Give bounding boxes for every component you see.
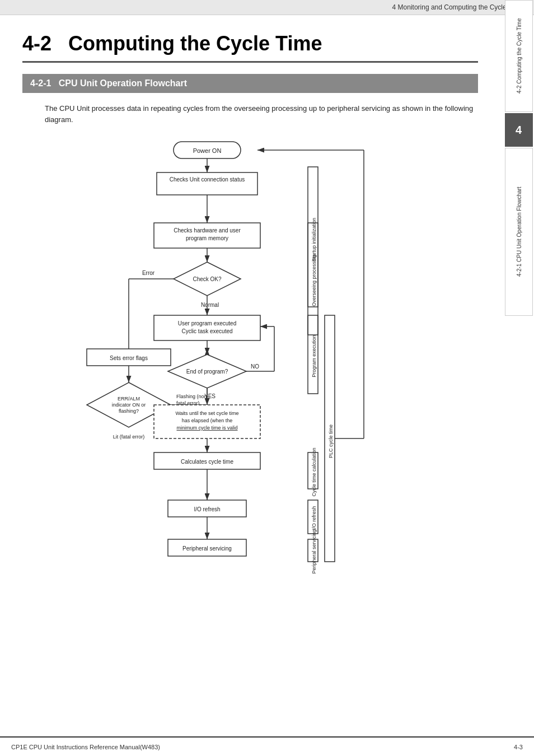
right-sidebar: 4-2 Computing the Cycle Time 4 4-2-1 CPU… (503, 0, 534, 756)
svg-rect-4 (157, 172, 257, 195)
sidebar-section-label: 4-2 Computing the Cycle Time (505, 0, 533, 112)
svg-text:Check OK?: Check OK? (193, 276, 222, 282)
svg-text:Cycle time calculation: Cycle time calculation (311, 447, 317, 496)
footer-right: 4-3 (514, 744, 523, 750)
sidebar-section-sub-label: 4-2-1 CPU Unit Operation Flowchart (505, 148, 533, 316)
svg-text:Calculates cycle time: Calculates cycle time (181, 459, 233, 465)
svg-text:NO: NO (251, 363, 259, 370)
svg-text:minimum cycle time is valid: minimum cycle time is valid (176, 425, 237, 431)
chapter-title: 4-2 Computing the Cycle Time (22, 32, 478, 63)
svg-text:Flashing (non-: Flashing (non- (176, 394, 209, 399)
svg-text:I/O refresh: I/O refresh (194, 506, 220, 512)
svg-text:Checks hardware and user: Checks hardware and user (174, 227, 241, 234)
svg-text:indicator ON or: indicator ON or (112, 402, 146, 408)
svg-text:Error: Error (142, 270, 155, 276)
svg-text:has elapsed (when the: has elapsed (when the (182, 418, 233, 423)
body-paragraph: The CPU Unit processes data in repeating… (45, 103, 478, 125)
svg-text:Sets error flags: Sets error flags (110, 355, 148, 361)
chapter-title-text: Computing the Cycle Time (68, 32, 322, 55)
svg-text:program memory: program memory (186, 235, 228, 241)
sidebar-chapter-number: 4 (505, 113, 533, 147)
section-header: 4-2-1 CPU Unit Operation Flowchart (22, 74, 478, 93)
svg-text:Overseeing processing: Overseeing processing (311, 255, 317, 306)
svg-text:User program executed: User program executed (178, 320, 237, 326)
footer: CP1E CPU Unit Instructions Reference Man… (0, 736, 534, 756)
svg-text:Power ON: Power ON (193, 147, 222, 154)
svg-text:Peripheral servicing: Peripheral servicing (182, 545, 232, 552)
svg-text:Lit (fatal error): Lit (fatal error) (113, 434, 145, 440)
top-header: 4 Monitoring and Computing the Cycle Tim… (0, 0, 534, 15)
svg-text:Waits until the set cycle time: Waits until the set cycle time (175, 410, 238, 416)
flowchart: Power ON Checks Unit connection status C… (45, 136, 481, 623)
svg-text:Peripheral servicing: Peripheral servicing (311, 529, 317, 573)
svg-text:ERR/ALM: ERR/ALM (118, 396, 140, 402)
svg-text:Checks Unit connection status: Checks Unit connection status (170, 176, 245, 183)
footer-left: CP1E CPU Unit Instructions Reference Man… (11, 744, 160, 750)
svg-text:End of program?: End of program? (186, 368, 228, 375)
svg-text:Normal: Normal (201, 302, 219, 308)
svg-text:PLC cycle time: PLC cycle time (328, 424, 334, 458)
section-number: 4-2-1 (30, 78, 51, 88)
chapter-number: 4-2 (22, 32, 51, 55)
svg-text:flashing?: flashing? (119, 408, 139, 414)
section-title: CPU Unit Operation Flowchart (59, 78, 187, 88)
main-content: 4-2 Computing the Cycle Time 4-2-1 CPU U… (0, 15, 500, 646)
svg-text:Program execution: Program execution (311, 335, 317, 377)
svg-text:I/O refresh: I/O refresh (311, 506, 317, 530)
svg-text:YES: YES (204, 393, 216, 399)
svg-text:Cyclic task executed: Cyclic task executed (181, 328, 232, 334)
